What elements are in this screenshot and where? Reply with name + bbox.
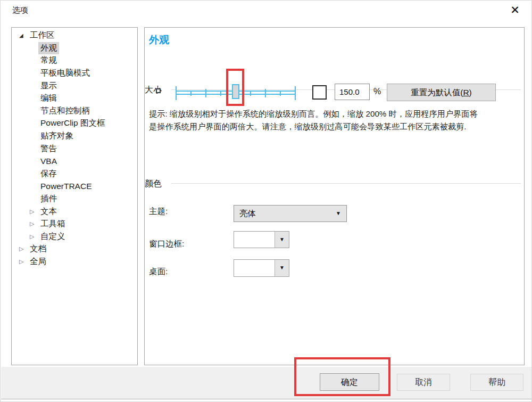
tree-item-label[interactable]: 外观: [38, 42, 59, 54]
page-title: 外观: [149, 33, 169, 47]
theme-label: 主题:: [149, 206, 168, 217]
reset-default-button[interactable]: 重置为默认值(R): [387, 84, 496, 101]
options-dialog: 选项 ✕ ◢工作区外观常规平板电脑模式显示编辑节点和控制柄PowerClip 图…: [0, 0, 532, 402]
window-border-color-dropdown[interactable]: ▼: [234, 231, 289, 248]
tree-item-label[interactable]: 插件: [38, 193, 59, 205]
small-size-icon: [156, 88, 161, 93]
scale-slider-thumb[interactable]: [232, 84, 239, 99]
reset-label-prefix: 重置为默认值(: [411, 88, 463, 97]
tree-item-label[interactable]: 文档: [28, 243, 48, 255]
tree-item[interactable]: 外观: [12, 42, 137, 55]
tree-collapsed-icon[interactable]: ▷: [19, 258, 28, 265]
tree-item-label[interactable]: 工作区: [28, 29, 57, 42]
tree-item[interactable]: VBA: [12, 155, 137, 168]
color-section-divider: [171, 183, 521, 184]
tree-item[interactable]: PowerClip 图文框: [12, 117, 137, 130]
tree-collapsed-icon[interactable]: ▷: [19, 245, 28, 252]
large-size-icon: [312, 85, 327, 100]
tree-item[interactable]: 贴齐对象: [12, 130, 137, 143]
tree-item[interactable]: 警告: [12, 142, 137, 155]
dialog-footer: [1, 367, 532, 399]
help-button[interactable]: 帮助: [470, 374, 523, 391]
options-tree: ◢工作区外观常规平板电脑模式显示编辑节点和控制柄PowerClip 图文框贴齐对…: [12, 29, 137, 268]
tree-item-label[interactable]: 保存: [38, 168, 59, 180]
tree-item[interactable]: PowerTRACE: [12, 180, 137, 193]
tree-item-label[interactable]: 节点和控制柄: [38, 105, 92, 117]
window-border-label: 窗口边框:: [149, 239, 184, 250]
tree-item-label[interactable]: 常规: [38, 54, 59, 67]
window-title: 选项: [12, 5, 28, 15]
ok-button[interactable]: 确定: [320, 373, 379, 391]
tree-item[interactable]: 常规: [12, 54, 137, 67]
chevron-down-icon: ▼: [336, 206, 341, 221]
tree-item-label[interactable]: 编辑: [38, 92, 59, 104]
desktop-label: 桌面:: [149, 266, 168, 277]
tree-item[interactable]: 平板电脑模式: [12, 67, 137, 80]
scale-tip-line-1: 提示: 缩放级别相对于操作系统的缩放级别而言。例如，缩放 200% 时，应用程序…: [149, 109, 478, 120]
reset-label-suffix: ): [469, 88, 472, 97]
tree-item[interactable]: ▷文档: [12, 243, 137, 256]
tree-item-label[interactable]: 警告: [38, 143, 59, 155]
tree-collapsed-icon[interactable]: ▷: [30, 208, 38, 215]
tree-item-label[interactable]: 文本: [38, 206, 59, 218]
tree-item-label[interactable]: 贴齐对象: [38, 130, 76, 142]
tree-item[interactable]: ▷自定义: [12, 231, 137, 243]
appearance-settings-panel: 外观 大小 % 重置为默认值(R) 提示: 缩放级别相对于操作系统的缩放级别而言…: [144, 27, 525, 365]
tree-item[interactable]: 保存: [12, 168, 137, 181]
category-tree-panel: ◢工作区外观常规平板电脑模式显示编辑节点和控制柄PowerClip 图文框贴齐对…: [11, 27, 138, 365]
percent-unit-label: %: [373, 87, 381, 96]
tree-item[interactable]: ▷全局: [12, 256, 137, 268]
close-icon[interactable]: ✕: [506, 2, 524, 18]
tree-item-label[interactable]: 工具箱: [38, 218, 68, 230]
tree-item[interactable]: 插件: [12, 193, 137, 206]
tree-item[interactable]: ◢工作区: [12, 29, 137, 42]
chevron-down-icon[interactable]: ▼: [275, 260, 289, 276]
tree-item-label[interactable]: 自定义: [38, 231, 68, 243]
desktop-color-swatch: [234, 260, 275, 276]
cancel-button[interactable]: 取消: [397, 374, 450, 391]
tree-collapsed-icon[interactable]: ▷: [30, 233, 38, 240]
scale-tip-line-2: 是操作系统用户界面的两倍大。请注意，缩放级别过高可能会导致某些工作区元素被裁剪.: [149, 121, 467, 133]
tree-item-label[interactable]: 显示: [38, 80, 59, 92]
tree-item[interactable]: ▷文本: [12, 205, 137, 218]
reset-label-accesskey: R: [463, 88, 469, 97]
tree-item[interactable]: 编辑: [12, 92, 137, 105]
desktop-color-dropdown[interactable]: ▼: [234, 259, 289, 277]
tree-item-label[interactable]: 全局: [28, 256, 48, 268]
tree-expanded-icon[interactable]: ◢: [19, 32, 28, 38]
chevron-down-icon[interactable]: ▼: [275, 232, 289, 248]
window-border-color-swatch: [234, 232, 275, 248]
tree-item[interactable]: 节点和控制柄: [12, 105, 137, 118]
theme-selected-value: 亮体: [239, 209, 256, 218]
tree-item-label[interactable]: PowerClip 图文框: [38, 117, 107, 129]
tree-item-label[interactable]: VBA: [38, 156, 59, 167]
color-section-title: 颜色: [145, 178, 162, 190]
tree-item-label[interactable]: 平板电脑模式: [38, 67, 92, 79]
tree-item[interactable]: ▷工具箱: [12, 218, 137, 231]
tree-collapsed-icon[interactable]: ▷: [30, 220, 38, 227]
tree-item[interactable]: 显示: [12, 79, 137, 92]
scale-value-input[interactable]: [335, 84, 370, 100]
tree-item-label[interactable]: PowerTRACE: [38, 181, 94, 192]
theme-dropdown[interactable]: 亮体 ▼: [234, 205, 347, 222]
